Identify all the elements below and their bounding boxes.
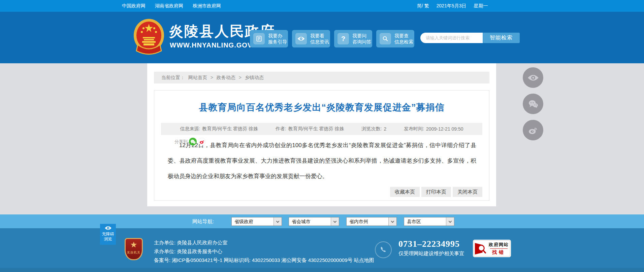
quick-button-label: 我要办服务引导 — [268, 33, 287, 45]
floating-toolbar — [523, 67, 543, 146]
quick-button-label: 我要问咨询问答 — [352, 33, 371, 45]
weibo-share-icon[interactable] — [198, 138, 206, 145]
meta-time-label: 发布时间: — [404, 126, 424, 132]
meta-views-value: 2 — [384, 126, 386, 132]
search-input[interactable] — [420, 33, 483, 43]
chevron-down-icon[interactable] — [388, 217, 396, 226]
current-date: 2021年5月3日 — [437, 0, 466, 12]
site-header: 炎陵县人民政府 WWW.HNYANLING.GOV.CN 我要办服务引导 我要看… — [0, 12, 644, 63]
breadcrumb: 当前位置： 网站首页 > 政务动态 > 乡镇动态 — [154, 72, 489, 83]
meta-author-value: 教育局/何平生 霍德芬 徐姝 — [288, 126, 344, 132]
chevron-down-icon[interactable] — [331, 217, 339, 226]
quick-button-woyaowen[interactable]: ? 我要问咨询问答 — [334, 30, 372, 47]
site-footer: 无障碍 浏览 ★ 党政机关 主办单位: 炎陵县人民政府办公室 承办单位: 炎陵县… — [0, 228, 644, 272]
wechat-icon[interactable] — [523, 94, 543, 114]
breadcrumb-current: 乡镇动态 — [245, 75, 264, 80]
footer-bottom-strip — [0, 268, 644, 272]
breadcrumb-separator: > — [239, 75, 242, 80]
current-weekday: 星期一 — [474, 0, 488, 12]
accessibility-label: 无障碍 — [100, 232, 116, 237]
footer-line-sponsor: 主办单位: 炎陵县人民政府办公室 — [154, 238, 374, 247]
contact-phone-note: 仅受理网站建设维护相关事宜 — [398, 250, 464, 257]
weibo-icon[interactable] — [523, 120, 543, 140]
quick-button-label: 我要查信息检索 — [394, 33, 413, 45]
lang-switch[interactable]: 简/ 繁 — [417, 0, 429, 12]
star-icon: ★ — [126, 239, 142, 250]
meta-time-value: 2009-12-21 09:50 — [426, 126, 463, 132]
eye-icon — [295, 33, 307, 44]
magnifier-icon — [380, 33, 391, 44]
question-icon: ? — [337, 33, 349, 44]
gov-site-error-report-badge[interactable]: 政府网站 找错 — [473, 240, 511, 257]
select-capital-cities[interactable]: 省会城市 — [289, 217, 339, 226]
party-gov-badge-label: 党政机关 — [126, 250, 142, 255]
content-panel: 当前位置： 网站首页 > 政务动态 > 乡镇动态 县教育局向百名优秀老乡发出“炎… — [147, 63, 496, 206]
quick-button-woyaoban[interactable]: 我要办服务引导 — [250, 30, 288, 47]
article-body: 12月22日，县教育局向在省内外成功创业的100多名优秀老乡发出“炎陵教育发展促… — [168, 138, 476, 184]
site-nav-label: 网站导航: — [192, 214, 214, 228]
phone-icon — [375, 241, 392, 258]
link-hunan-gov[interactable]: 湖南省政府网 — [155, 0, 183, 12]
document-icon — [253, 33, 265, 44]
quick-button-woyaocha[interactable]: 我要查信息检索 — [376, 30, 414, 47]
select-value: 省会城市 — [292, 219, 311, 224]
article-title: 县教育局向百名优秀老乡发出“炎陵教育发展促进金”募捐信 — [154, 101, 489, 113]
chevron-down-icon[interactable] — [273, 217, 282, 226]
eye-icon — [104, 226, 112, 230]
site-nav-bar: 网站导航: 省级政府 省会城市 省内市州 县市区 — [0, 214, 644, 228]
meta-views-label: 浏览次数: — [362, 126, 382, 132]
bookmark-page-button[interactable]: 收藏本页 — [390, 187, 420, 197]
party-gov-badge[interactable]: ★ 党政机关 — [125, 238, 143, 260]
topbar-right: 简/ 繁 2021年5月3日 星期一 — [417, 0, 488, 12]
eye-icon[interactable] — [523, 67, 543, 88]
select-value: 省内市州 — [349, 219, 368, 224]
quick-service-bar: 我要办服务引导 我要看信息资讯 ? 我要问咨询问答 我要查信息检索 — [250, 30, 414, 47]
share-label: 分享到 — [174, 139, 188, 145]
select-value: 县市区 — [407, 219, 421, 224]
footer-line-icp[interactable]: 备案号: 湘ICP备05003421号-1 网站标识码: 4302250033 … — [154, 256, 374, 265]
meta-author-label: 作者: — [276, 126, 286, 132]
share-bar: 分享到 — [174, 138, 206, 145]
footer-info: 主办单位: 炎陵县人民政府办公室 承办单位: 炎陵县政务服务中心 备案号: 湘I… — [154, 238, 374, 265]
error-magnifier-icon — [474, 242, 487, 255]
chevron-down-icon[interactable] — [446, 217, 454, 226]
select-counties[interactable]: 县市区 — [404, 217, 454, 226]
search-box: 智能检索 — [420, 33, 520, 43]
smart-search-button[interactable]: 智能检索 — [483, 33, 520, 43]
quick-button-label: 我要看信息资讯 — [310, 33, 329, 45]
article-meta-bar: 信息来源: 教育局/何平生 霍德芬 徐姝 作者: 教育局/何平生 霍德芬 徐姝 … — [161, 123, 482, 135]
breadcrumb-zhengwu[interactable]: 政务动态 — [217, 75, 235, 80]
accessibility-button[interactable]: 无障碍 浏览 — [100, 224, 116, 245]
gov-links: 中国政府网 湖南省政府网 株洲市政府网 — [122, 0, 221, 12]
accessibility-label: 浏览 — [100, 237, 116, 242]
breadcrumb-separator: > — [211, 75, 213, 80]
select-provincial-gov[interactable]: 省级政府 — [231, 217, 282, 226]
meta-source-value: 教育局/何平生 霍德芬 徐姝 — [202, 126, 258, 132]
main-area: 当前位置： 网站首页 > 政务动态 > 乡镇动态 县教育局向百名优秀老乡发出“炎… — [0, 63, 644, 214]
contact-phone: 0731–22234995 — [398, 239, 460, 249]
meta-source-label: 信息来源: — [180, 126, 200, 132]
select-value: 省级政府 — [234, 219, 253, 224]
article-actions: 收藏本页 打印本页 关闭本页 — [390, 187, 482, 197]
national-emblem-logo — [133, 19, 165, 56]
link-china-gov[interactable]: 中国政府网 — [122, 0, 146, 12]
breadcrumb-home[interactable]: 网站首页 — [188, 75, 207, 80]
error-badge-text: 政府网站 找错 — [489, 242, 509, 256]
article-box: 县教育局向百名优秀老乡发出“炎陵教育发展促进金”募捐信 信息来源: 教育局/何平… — [154, 90, 489, 201]
close-page-button[interactable]: 关闭本页 — [453, 187, 482, 197]
top-bar: 中国政府网 湖南省政府网 株洲市政府网 简/ 繁 2021年5月3日 星期一 — [0, 0, 644, 12]
select-province-cities[interactable]: 省内市州 — [346, 217, 397, 226]
footer-line-organizer: 承办单位: 炎陵县政务服务中心 — [154, 247, 374, 256]
print-page-button[interactable]: 打印本页 — [421, 187, 451, 197]
wechat-share-icon[interactable] — [189, 138, 197, 145]
breadcrumb-label: 当前位置： — [161, 75, 185, 80]
link-zhuzhou-gov[interactable]: 株洲市政府网 — [193, 0, 221, 12]
quick-button-woyaokan[interactable]: 我要看信息资讯 — [292, 30, 330, 47]
